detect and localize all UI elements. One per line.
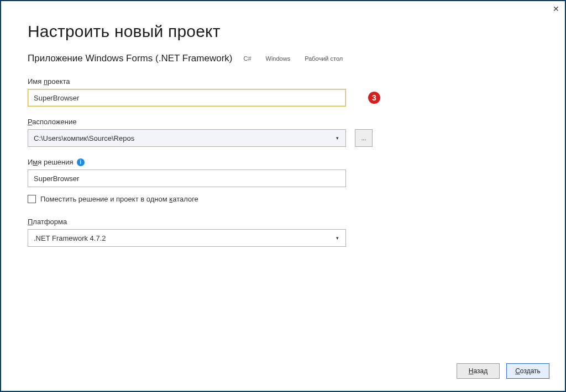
- dialog-content: Настроить новый проект Приложение Window…: [1, 17, 565, 247]
- template-name: Приложение Windows Forms (.NET Framework…: [28, 53, 232, 64]
- chevron-down-icon: ▾: [336, 135, 340, 141]
- same-directory-row: Поместить решение и проект в одном катал…: [28, 195, 538, 203]
- create-button[interactable]: Создать: [506, 363, 549, 379]
- project-name-input[interactable]: [28, 89, 346, 107]
- template-tag: Рабочий стол: [301, 54, 346, 63]
- solution-name-input[interactable]: [28, 169, 346, 187]
- framework-value: .NET Framework 4.7.2: [34, 234, 106, 242]
- framework-combo[interactable]: .NET Framework 4.7.2 ▾: [28, 229, 346, 247]
- chevron-down-icon: ▾: [336, 235, 340, 241]
- browse-button[interactable]: ...: [355, 129, 373, 147]
- titlebar: ✕: [1, 1, 565, 17]
- project-name-field: Имя проекта 3: [28, 77, 538, 107]
- location-label: Расположение: [28, 118, 538, 126]
- page-title: Настроить новый проект: [28, 22, 538, 41]
- template-header: Приложение Windows Forms (.NET Framework…: [28, 53, 538, 64]
- annotation-badge: 3: [368, 92, 380, 104]
- dialog-window: ✕ Настроить новый проект Приложение Wind…: [0, 0, 566, 392]
- template-tag: Windows: [263, 54, 294, 63]
- info-icon[interactable]: i: [77, 158, 85, 166]
- framework-field: Платформа .NET Framework 4.7.2 ▾: [28, 218, 538, 247]
- solution-name-field: Имя решения i: [28, 158, 538, 187]
- same-directory-label: Поместить решение и проект в одном катал…: [40, 195, 198, 203]
- project-name-label: Имя проекта: [28, 77, 538, 86]
- location-value: C:\Users\компик\Source\Repos: [34, 134, 134, 142]
- same-directory-checkbox[interactable]: [28, 195, 36, 203]
- location-combo[interactable]: C:\Users\компик\Source\Repos ▾: [28, 129, 346, 147]
- location-field: Расположение C:\Users\компик\Source\Repo…: [28, 118, 538, 147]
- framework-label: Платформа: [28, 218, 538, 226]
- solution-name-label: Имя решения i: [28, 158, 538, 166]
- dialog-footer: Назад Создать: [457, 363, 549, 379]
- back-button[interactable]: Назад: [457, 363, 500, 379]
- close-icon[interactable]: ✕: [553, 4, 559, 13]
- template-tag: C#: [240, 54, 254, 63]
